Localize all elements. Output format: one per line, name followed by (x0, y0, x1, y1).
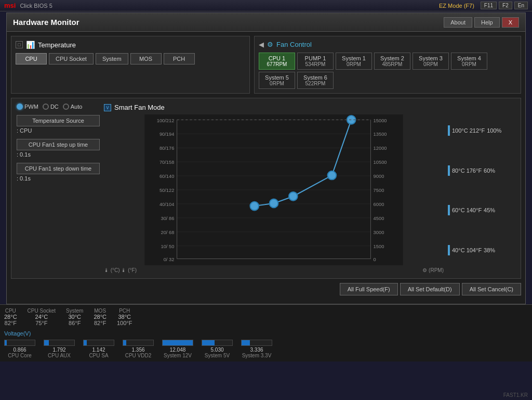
legend-pct-80: 60% (484, 167, 495, 174)
voltage-sys-33v: 3.336 System 3.3V (241, 340, 272, 358)
top-panels: □ 📊 Temperature CPU CPU Socket System MO… (11, 36, 521, 94)
voltage-cpu-aux-name: CPU AUX (48, 353, 71, 358)
voltage-sys-33v-name: System 3.3V (242, 353, 272, 358)
voltage-cpu-vdd2-bar (123, 340, 126, 345)
legend-temp-80: 80°C 176°F (452, 167, 482, 174)
f2-button[interactable]: F2 (499, 2, 512, 9)
fan-tab-sys6[interactable]: System 6 522RPM (297, 72, 334, 89)
help-button[interactable]: Help (474, 17, 500, 28)
fan-curve-chart[interactable]: 100/212 90/194 80/176 70/158 60/140 50/1… (104, 114, 444, 265)
voltage-sys-5v-value: 5.030 (210, 347, 223, 353)
mode-radio-group: PWM DC Auto (17, 104, 100, 110)
pwm-label: PWM (24, 104, 38, 110)
legend-item-40: 40°C 104°F 38% (448, 245, 515, 255)
all-full-speed-button[interactable]: All Full Speed(F) (340, 283, 398, 295)
step-up-section: CPU Fan1 step up time : 0.1s (17, 139, 100, 158)
chart-footer: 🌡 (°C) 🌡 (°F) ⚙ (RPM) (104, 267, 444, 273)
voltage-bars: 0.866 CPU Core 1.792 CPU AUX 1.142 CPU S… (4, 340, 528, 358)
all-set-cancel-button[interactable]: All Set Cancel(C) (462, 283, 521, 295)
about-button[interactable]: About (444, 17, 472, 28)
top-bar: msi Click BIOS 5 EZ Mode (F7) F11 F2 En (0, 0, 532, 11)
svg-text:13500: 13500 (374, 132, 387, 137)
system-temp-btn[interactable]: System (96, 53, 128, 64)
legend-item-60: 60°C 140°F 45% (448, 205, 515, 215)
fan-tab-sys3-rpm: 0RPM (417, 61, 444, 67)
en-button[interactable]: En (514, 2, 528, 9)
pch-temp-btn[interactable]: PCH (164, 53, 195, 64)
svg-text:30/ 86: 30/ 86 (161, 216, 174, 221)
chart-point-3 (289, 192, 298, 201)
expand-icon[interactable]: □ (16, 41, 23, 48)
system-reading-name: System (66, 308, 83, 314)
voltage-cpu-sa-name: CPU SA (89, 353, 108, 358)
voltage-cpu-vdd2-name: CPU VDD2 (125, 353, 152, 358)
cpu-socket-reading-name: CPU Socket (28, 308, 56, 314)
auto-radio-circle (63, 104, 69, 110)
voltage-cpu-sa-value: 1.142 (92, 347, 105, 353)
temp-reading-cpu-socket: CPU Socket 24°C 75°F (28, 308, 56, 326)
dc-radio[interactable]: DC (43, 104, 59, 110)
mos-temp-btn[interactable]: MOS (130, 53, 162, 64)
voltage-sys-12v-name: System 12V (164, 353, 192, 358)
window-controls: About Help X (444, 17, 519, 28)
temp-reading-mos: MOS 28°C 82°F (94, 308, 107, 326)
temp-readings: CPU 28°C 82°F CPU Socket 24°C 75°F Syste… (4, 308, 528, 326)
fan-nav-back[interactable]: ◀ (259, 41, 264, 48)
fan-tab-sys5-name: System 5 (263, 74, 290, 81)
voltage-cpu-core-bar-container (4, 340, 35, 346)
step-down-button[interactable]: CPU Fan1 step down time (17, 163, 100, 174)
smart-fan-checkbox[interactable]: v (104, 104, 111, 111)
window-title: Hardware Monitor (13, 18, 444, 27)
auto-radio[interactable]: Auto (63, 104, 83, 110)
all-set-default-button[interactable]: All Set Default(D) (400, 283, 460, 295)
auto-label: Auto (71, 104, 83, 110)
voltage-cpu-sa-bar-container (83, 340, 114, 346)
legend-temp-100: 100°C 212°F (452, 127, 485, 134)
fan-tab-sys3[interactable]: System 3 0RPM (413, 53, 449, 70)
chart-container: v Smart Fan Mode (104, 104, 444, 273)
pwm-radio[interactable]: PWM (17, 104, 38, 110)
close-button[interactable]: X (502, 17, 519, 28)
bios-title: Click BIOS 5 (20, 3, 52, 9)
legend-bar-40 (448, 245, 450, 255)
fan-tab-sys2[interactable]: System 2 485RPM (374, 53, 410, 70)
temp-source-button[interactable]: Temperature Source (17, 115, 100, 126)
fan-tab-pump1[interactable]: PUMP 1 534RPM (297, 53, 334, 70)
temp-reading-system: System 30°C 86°F (66, 308, 83, 326)
voltage-cpu-sa-bar (84, 340, 87, 345)
chart-wrapper[interactable]: 100/212 90/194 80/176 70/158 60/140 50/1… (104, 114, 444, 265)
window-title-bar: Hardware Monitor About Help X (7, 13, 525, 32)
svg-text:40/104: 40/104 (159, 202, 174, 207)
svg-text:6000: 6000 (374, 202, 384, 207)
fan-tab-pump1-name: PUMP 1 (302, 55, 329, 61)
voltage-label[interactable]: Voltage(V) (4, 330, 528, 337)
voltage-cpu-vdd2-value: 1.356 (131, 347, 144, 353)
step-down-value: : 0.1s (17, 175, 100, 182)
f11-button[interactable]: F11 (481, 2, 497, 9)
status-bar: CPU 28°C 82°F CPU Socket 24°C 75°F Syste… (0, 304, 532, 362)
mos-reading-f: 82°F (94, 320, 107, 326)
legend-item-100: 100°C 212°F 100% (448, 125, 515, 136)
fan-tab-sys1-name: System 1 (340, 55, 367, 61)
temp-buttons: CPU CPU Socket System MOS PCH (16, 53, 245, 64)
fan-tab-cpu1[interactable]: CPU 1 677RPM (259, 53, 295, 70)
bottom-buttons: All Full Speed(F) All Set Default(D) All… (11, 283, 521, 295)
cpu-socket-temp-btn[interactable]: CPU Socket (49, 53, 94, 64)
chart-point-1 (250, 202, 259, 211)
fan-tab-sys1[interactable]: System 1 0RPM (336, 53, 372, 70)
svg-text:50/122: 50/122 (159, 188, 174, 193)
cpu-temp-btn[interactable]: CPU (16, 53, 47, 64)
svg-text:12000: 12000 (374, 146, 387, 151)
content-area: □ 📊 Temperature CPU CPU Socket System MO… (7, 32, 525, 304)
voltage-cpu-vdd2: 1.356 CPU VDD2 (123, 340, 154, 358)
mos-reading-c: 28°C (94, 314, 107, 320)
step-up-button[interactable]: CPU Fan1 step up time (17, 139, 100, 150)
fan-tab-sys5[interactable]: System 5 0RPM (259, 72, 295, 89)
svg-text:0/ 32: 0/ 32 (164, 257, 175, 262)
voltage-sys-33v-bar (242, 340, 250, 345)
temp-reading-pch: PCH 38°C 100°F (117, 308, 132, 326)
top-bar-buttons: F11 F2 En (481, 2, 528, 9)
voltage-cpu-core: 0.866 CPU Core (4, 340, 35, 358)
svg-text:0: 0 (374, 257, 376, 262)
fan-tab-sys4[interactable]: System 4 0RPM (451, 53, 487, 70)
